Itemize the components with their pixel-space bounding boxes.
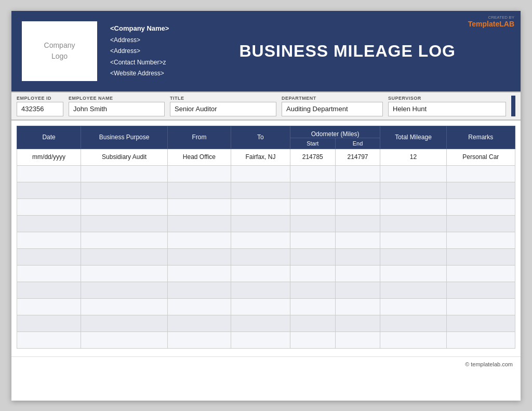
brand-name: TemplateLAB: [468, 20, 514, 28]
employee-fields: EMPLOYEE ID 432356 EMPLOYEE NAME John Sm…: [17, 96, 515, 116]
employee-title-group: TITLE Senior Auditor: [170, 96, 276, 116]
col-remarks: Remarks: [446, 126, 515, 149]
page-footer: © templatelab.com: [11, 356, 521, 372]
table-row[interactable]: [17, 282, 515, 298]
table-row[interactable]: mm/dd/yyyySubsidiary AuditHead OfficeFai…: [17, 149, 515, 165]
table-row[interactable]: [17, 232, 515, 248]
table-row[interactable]: [17, 215, 515, 232]
created-by-label: CREATED BY: [468, 15, 514, 20]
page: CREATED BY TemplateLAB Company Logo <Com…: [11, 11, 521, 401]
company-contact: <Contact Number>z: [110, 57, 169, 69]
employee-supervisor-group: SUPERVISOR Helen Hunt: [388, 96, 506, 116]
logo-box: Company Logo: [22, 21, 97, 81]
table-header-row: Date Business Purpose From To Odometer (…: [17, 126, 515, 138]
employee-id-value[interactable]: 432356: [17, 102, 63, 116]
table-row[interactable]: [17, 265, 515, 282]
logo-line1: Company: [44, 41, 75, 49]
employee-name-label: EMPLOYEE NAME: [69, 96, 165, 101]
employee-id-label: EMPLOYEE ID: [17, 96, 63, 101]
document-title: BUSINESS MILEAGE LOG: [239, 42, 455, 61]
table-row[interactable]: [17, 332, 515, 348]
employee-supervisor-value[interactable]: Helen Hunt: [388, 102, 506, 116]
col-to: To: [231, 126, 290, 149]
table-row[interactable]: [17, 165, 515, 182]
table-row[interactable]: [17, 298, 515, 315]
logo-placeholder: Company Logo: [44, 40, 75, 62]
col-total-mileage: Total Mileage: [380, 126, 446, 149]
col-business-purpose: Business Purpose: [81, 126, 168, 149]
logo-line2: Logo: [51, 52, 68, 60]
supervisor-bar: [511, 96, 515, 116]
employee-info-section: EMPLOYEE ID 432356 EMPLOYEE NAME John Sm…: [11, 91, 521, 121]
employee-name-group: EMPLOYEE NAME John Smith: [69, 96, 165, 116]
brand-lab: LAB: [499, 20, 514, 28]
employee-id-group: EMPLOYEE ID 432356: [17, 96, 63, 116]
col-odometer: Odometer (Miles): [290, 126, 380, 138]
company-address2: <Address>: [110, 46, 169, 57]
document-header: Company Logo <Company Name> <Address> <A…: [11, 11, 521, 91]
col-end: End: [335, 138, 380, 149]
employee-name-value[interactable]: John Smith: [69, 102, 165, 116]
col-start: Start: [290, 138, 335, 149]
brand-template: Template: [468, 20, 499, 28]
table-row[interactable]: [17, 182, 515, 198]
company-website: <Website Address>: [110, 68, 169, 79]
table-row[interactable]: [17, 248, 515, 265]
employee-title-label: TITLE: [170, 96, 276, 101]
company-info: <Company Name> <Address> <Address> <Cont…: [105, 11, 174, 91]
table-body: mm/dd/yyyySubsidiary AuditHead OfficeFai…: [17, 149, 515, 348]
copyright-text: © templatelab.com: [465, 361, 513, 367]
mileage-table: Date Business Purpose From To Odometer (…: [17, 126, 515, 349]
employee-title-value[interactable]: Senior Auditor: [170, 102, 276, 116]
col-date: Date: [17, 126, 81, 149]
table-container: Date Business Purpose From To Odometer (…: [11, 121, 521, 354]
company-name: <Company Name>: [110, 22, 169, 34]
templatelab-branding: CREATED BY TemplateLAB: [468, 15, 514, 28]
company-address1: <Address>: [110, 35, 169, 46]
employee-dept-label: DEPARTMENT: [282, 96, 383, 101]
employee-supervisor-label: SUPERVISOR: [388, 96, 506, 101]
table-row[interactable]: [17, 315, 515, 332]
col-from: From: [168, 126, 231, 149]
employee-dept-value[interactable]: Auditing Department: [282, 102, 383, 116]
employee-dept-group: DEPARTMENT Auditing Department: [282, 96, 383, 116]
table-row[interactable]: [17, 198, 515, 215]
